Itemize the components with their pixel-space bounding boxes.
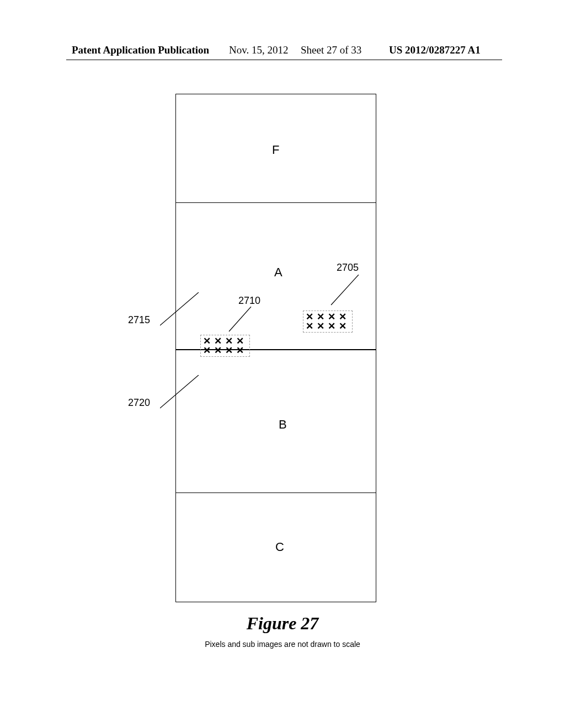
figure-title: Figure 27 [0, 613, 565, 634]
pixel-row: ✕✕✕✕ [203, 336, 247, 346]
pixel-block-2710: ✕✕✕✕ ✕✕✕✕ [200, 335, 250, 357]
ref-2720: 2720 [128, 397, 150, 409]
pixel-row: ✕✕✕✕ [306, 312, 350, 322]
pixel-row: ✕✕✕✕ [203, 346, 247, 355]
pixel-block-2705: ✕✕✕✕ ✕✕✕✕ [303, 311, 353, 333]
region-label-a: A [274, 265, 282, 280]
header-rule [66, 60, 502, 60]
publication-number: US 2012/0287227 A1 [389, 44, 481, 56]
figure-diagram: F A B C ✕✕✕✕ ✕✕✕✕ ✕✕✕✕ ✕✕✕✕ [175, 94, 376, 602]
ref-2715: 2715 [128, 314, 150, 326]
figure-note: Pixels and sub images are not drawn to s… [0, 640, 565, 649]
publication-date: Nov. 15, 2012 [229, 44, 289, 56]
publication-label: Patent Application Publication [72, 44, 209, 56]
separator-f-a [176, 202, 376, 203]
region-label-c: C [275, 540, 284, 554]
region-label-b: B [279, 417, 287, 432]
region-label-f: F [272, 143, 279, 157]
separator-b-c [176, 493, 376, 493]
pixel-row: ✕✕✕✕ [306, 322, 350, 331]
sheet-number: Sheet 27 of 33 [301, 44, 361, 56]
